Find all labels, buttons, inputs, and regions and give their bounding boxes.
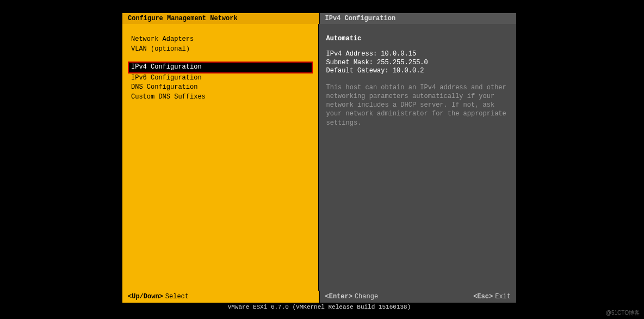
hint-updown: <Up/Down> Select xyxy=(128,293,189,300)
menu-item-ipv4-configuration[interactable]: IPv4 Configuration xyxy=(128,62,313,73)
header-row: Configure Management Network IPv4 Config… xyxy=(122,13,516,24)
menu-item-custom-dns-suffixes[interactable]: Custom DNS Suffixes xyxy=(129,93,312,102)
detail-panel: Automatic IPv4 Address: 10.0.0.15 Subnet… xyxy=(319,24,517,291)
footer-left: <Up/Down> Select xyxy=(122,291,320,303)
key-updown: <Up/Down> xyxy=(128,293,163,300)
menu-group-1: Network Adapters VLAN (optional) xyxy=(129,35,312,54)
header-left-title: Configure Management Network xyxy=(122,13,320,24)
key-esc-label: Exit xyxy=(495,293,511,300)
status-bar: VMware ESXi 6.7.0 (VMKernel Release Buil… xyxy=(122,303,516,311)
key-enter-label: Change xyxy=(355,293,378,300)
menu-item-vlan[interactable]: VLAN (optional) xyxy=(129,45,312,54)
footer-row: <Up/Down> Select <Enter> Change <Esc> Ex… xyxy=(122,291,516,303)
menu-panel: Network Adapters VLAN (optional) IPv4 Co… xyxy=(122,24,319,291)
watermark-text: @51CTO博客 xyxy=(606,309,640,317)
dcui-console: Configure Management Network IPv4 Config… xyxy=(122,13,516,311)
detail-subnet-mask: Subnet Mask: 255.255.255.0 xyxy=(326,59,509,68)
header-right-title: IPv4 Configuration xyxy=(320,13,517,24)
menu-item-ipv6-configuration[interactable]: IPv6 Configuration xyxy=(129,73,312,83)
detail-description: This host can obtain an IPv4 address and… xyxy=(326,83,509,127)
detail-ipv4-address: IPv4 Address: 10.0.0.15 xyxy=(326,50,509,59)
content-row: Network Adapters VLAN (optional) IPv4 Co… xyxy=(122,24,516,291)
menu-group-2: IPv4 Configuration IPv6 Configuration DN… xyxy=(129,62,312,102)
key-updown-label: Select xyxy=(165,293,189,300)
footer-right: <Enter> Change <Esc> Exit xyxy=(320,291,517,303)
detail-title: Automatic xyxy=(326,35,509,42)
key-enter: <Enter> xyxy=(325,293,352,300)
detail-default-gateway: Default Gateway: 10.0.0.2 xyxy=(326,67,509,76)
menu-item-dns-configuration[interactable]: DNS Configuration xyxy=(129,83,312,93)
menu-item-network-adapters[interactable]: Network Adapters xyxy=(129,35,312,45)
hint-enter: <Enter> Change xyxy=(325,293,379,300)
key-esc: <Esc> xyxy=(473,293,493,300)
hint-esc: <Esc> Exit xyxy=(473,293,511,300)
